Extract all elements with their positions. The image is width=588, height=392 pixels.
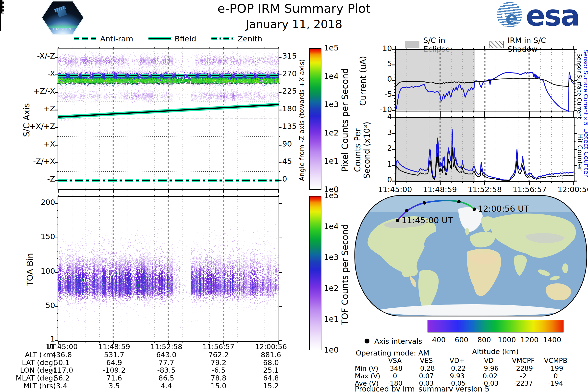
cbar-tick-1e4: 1e4 — [324, 72, 338, 80]
cbar-tick-1e2: 1e2 — [324, 128, 338, 137]
toa-tick-200: 200 — [27, 198, 55, 206]
ephem-cell: 77.7 — [140, 358, 193, 367]
altitude-colorbar-label: Altitude (km) — [459, 348, 532, 356]
legend-label: Zenith — [238, 34, 262, 43]
category-label--X: -X — [10, 69, 55, 78]
cbar-tick-1e3: 1e3 — [324, 253, 338, 262]
ephem-cell: 11:45:00 — [35, 342, 89, 351]
axis-interval-dot-icon — [364, 338, 370, 344]
esa-globe-dot — [502, 13, 506, 17]
altbar-tickmark — [0, 14, 1, 16]
toa-tick-150: 150 — [27, 232, 55, 240]
esa-globe-e: e — [506, 8, 518, 28]
time-tick-11:56:57: 11:56:57 — [506, 185, 553, 194]
pixel-counts-colorbar-title: Pixel Counts per Second — [340, 52, 350, 189]
ephem-cell: 78.8 — [192, 374, 246, 382]
ephem-cell: 531.7 — [87, 350, 141, 359]
pixel-counts-colorbar — [309, 48, 322, 190]
ephem-cell: 56.2 — [35, 374, 89, 382]
esa-logo-text: esa — [526, 0, 579, 32]
altbar-tickmark — [0, 19, 1, 22]
ephem-cell: 15.0 — [192, 382, 246, 390]
ephem-cell: 3.5 — [87, 382, 141, 390]
track-end-label: 12:00:56 UT — [478, 204, 529, 214]
ephem-cell: 881.6 — [244, 350, 298, 359]
altbar-tickmark — [0, 16, 1, 19]
gray-fill-swatch-icon — [405, 41, 420, 48]
counts-ytick-3: 3 — [375, 128, 392, 136]
time-tick-11:48:59: 11:48:59 — [416, 185, 463, 194]
counts-ytick-0: 0 — [375, 176, 392, 184]
category-label--Z/+X: -Z/+X — [10, 157, 55, 166]
ephem-cell: 11:52:58 — [140, 342, 193, 351]
current-ytick--5: -5 — [368, 90, 392, 98]
ephem-cell: 64.8 — [244, 374, 298, 382]
ephem-cell: 79.2 — [192, 358, 246, 367]
current-ytick-0: 0 — [368, 75, 392, 83]
counts-right-label-blue: Detect Counter — [582, 118, 588, 187]
ephem-cell: -109.2 — [87, 366, 141, 374]
category-label--X/-Z: -X/-Z — [10, 52, 55, 60]
category-label-+X: +X — [10, 140, 55, 148]
counts-ytick-2: 2 — [375, 144, 392, 152]
operating-mode-label: Operating mode: AM — [356, 349, 429, 357]
produced-by-footer: Produced by irm_summary version 5 — [355, 385, 489, 392]
solid-line-icon — [148, 36, 171, 42]
toa-spectrogram-panel — [58, 196, 279, 342]
cbar-tick-1e4: 1e4 — [324, 222, 338, 231]
legend-label: Anti-ram — [100, 34, 133, 43]
ground-track-map: 11:45:00 UT12:00:56 UT — [354, 195, 588, 317]
ephem-cell: 3.4 — [35, 382, 89, 390]
cbar-tick-1e5: 1e5 — [324, 191, 338, 200]
volt-col-VES: VES — [409, 357, 444, 364]
current-ytick-10: 10 — [368, 44, 392, 52]
ephem-cell: 86.5 — [140, 374, 193, 382]
category-label--Z: -Z — [10, 175, 55, 183]
dashdot-line-icon — [211, 36, 234, 42]
hatched-swatch-icon — [489, 41, 504, 48]
volt-col-VD-: VD- — [473, 357, 507, 364]
ephem-cell: 12:00:56 — [244, 342, 298, 351]
ephem-cell: -83.5 — [140, 366, 193, 374]
ephem-cell: 762.2 — [192, 350, 246, 359]
legend-item-bfield: Bfield — [148, 34, 196, 43]
counts-panel — [395, 117, 574, 182]
ephem-cell: 71.6 — [87, 374, 141, 382]
volt-cell: -9.96 — [473, 364, 507, 372]
toa-tick-100: 100 — [27, 267, 55, 275]
volt-col-VD+: VD+ — [440, 357, 474, 364]
ephem-cell: 15.2 — [244, 382, 298, 390]
counts-ylabel-line2: Second (x10³) — [362, 120, 372, 181]
volt-cell: 0 — [538, 372, 573, 380]
volt-col-VCMPB: VCMPB — [538, 357, 573, 364]
current-right-label-blue: Sensor Surface Current x 5 — [582, 50, 588, 123]
cbar-tick-1e5: 1e5 — [324, 44, 338, 52]
volt-cell: -199 — [538, 364, 573, 372]
current-ylabel: Current (uA) — [358, 55, 368, 106]
ephem-cell: 4.4 — [140, 382, 193, 390]
axis-intervals-label: Axis intervals — [374, 337, 422, 346]
altitude-colorbar — [428, 320, 564, 332]
time-tick-11:45:00: 11:45:00 — [372, 185, 418, 194]
counts-ylabel-line1: Counts Per — [353, 120, 362, 181]
toa-tick-1: 1 — [27, 335, 55, 343]
cbar-tick-1e3: 1e3 — [324, 100, 338, 109]
track-start-label: 11:45:00 UT — [402, 215, 453, 225]
altbar-tick-1400: 1400 — [538, 336, 567, 344]
altbar-tickmark — [0, 22, 1, 25]
volt-cell: 9.93 — [440, 372, 474, 380]
ephem-cell: -6.5 — [192, 366, 246, 374]
time-tick-12:00:56: 12:00:56 — [551, 185, 588, 194]
volt-cell: 0.02 — [473, 372, 507, 380]
cbar-tick-1e1: 1e1 — [324, 315, 338, 324]
ephem-cell: 64.9 — [87, 358, 141, 367]
sc-axis-spectrogram-panel — [58, 48, 279, 190]
altbar-tickmark — [0, 28, 1, 31]
volt-cell: -0.22 — [440, 364, 474, 372]
volt-col-VSA: VSA — [378, 357, 412, 364]
ephem-cell: 436.8 — [35, 350, 89, 359]
tof-counts-colorbar — [309, 196, 322, 350]
volt-cell: 0.07 — [409, 372, 444, 380]
toa-tick-50: 50 — [27, 301, 55, 310]
counts-ytick-4: 4 — [375, 112, 392, 120]
